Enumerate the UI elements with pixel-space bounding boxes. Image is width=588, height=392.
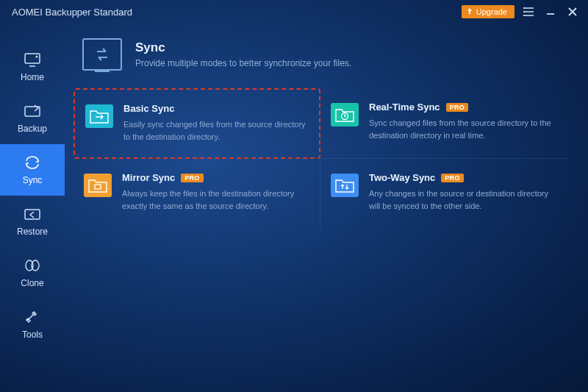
card-text: Real-Time Sync PRO Sync changed files fr…: [369, 101, 557, 145]
sidebar-item-tools[interactable]: Tools: [0, 299, 65, 350]
sidebar-item-label: Sync: [23, 175, 43, 185]
card-title: Basic Sync: [123, 103, 309, 114]
realtime-sync-icon: [331, 103, 359, 126]
card-mirror-sync[interactable]: Mirror Sync PRO Always keep the files in…: [74, 159, 320, 229]
card-title-label: Basic Sync: [123, 103, 174, 114]
sidebar-item-clone[interactable]: Clone: [0, 247, 65, 299]
minimize-button[interactable]: [542, 4, 559, 20]
sync-page-icon: [82, 38, 122, 71]
sidebar-item-label: Backup: [18, 124, 47, 134]
card-title-label: Two-Way Sync: [369, 172, 435, 183]
upgrade-button[interactable]: Upgrade: [462, 5, 514, 18]
sidebar-item-label: Restore: [17, 227, 48, 237]
svg-point-2: [523, 15, 525, 16]
sidebar: Home Backup Sync Restore: [0, 24, 65, 392]
app-window: AOMEI Backupper Standard Upgrade: [0, 0, 588, 392]
svg-rect-10: [95, 185, 101, 189]
page-header: Sync Provide multiple modes to better sy…: [74, 38, 567, 71]
sidebar-item-restore[interactable]: Restore: [0, 196, 65, 247]
upgrade-label: Upgrade: [476, 7, 507, 16]
card-desc: Any changes in the source or destination…: [369, 188, 557, 212]
sidebar-item-home[interactable]: Home: [0, 41, 65, 93]
home-icon: [23, 51, 42, 68]
svg-point-4: [36, 56, 38, 58]
body: Home Backup Sync Restore: [0, 24, 588, 392]
page-header-text: Sync Provide multiple modes to better sy…: [135, 40, 351, 68]
svg-point-0: [523, 7, 525, 9]
page-title: Sync: [135, 40, 351, 55]
svg-rect-6: [25, 210, 40, 219]
sidebar-item-label: Tools: [22, 329, 43, 340]
app-title: AOMEI Backupper Standard: [12, 7, 462, 18]
card-title: Two-Way Sync PRO: [369, 172, 557, 183]
tools-icon: [23, 309, 42, 325]
card-title-label: Mirror Sync: [122, 172, 175, 183]
twoway-sync-icon: [331, 174, 359, 197]
card-desc: Sync changed files from the source direc…: [369, 117, 557, 141]
close-button[interactable]: [564, 4, 581, 20]
pro-badge: PRO: [446, 103, 468, 112]
sync-grid: Basic Sync Easily sync changed files fro…: [74, 88, 567, 229]
card-title-label: Real-Time Sync: [369, 101, 440, 113]
sidebar-item-label: Home: [21, 72, 44, 82]
titlebar: AOMEI Backupper Standard Upgrade: [0, 0, 588, 24]
backup-icon: [23, 103, 42, 119]
card-desc: Easily sync changed files from the sourc…: [123, 118, 309, 143]
main-area: Sync Provide multiple modes to better sy…: [65, 24, 588, 392]
page-subtitle: Provide multiple modes to better synchro…: [135, 58, 351, 68]
card-realtime-sync[interactable]: Real-Time Sync PRO Sync changed files fr…: [320, 88, 567, 159]
titlebar-controls: Upgrade: [462, 4, 581, 20]
svg-rect-3: [25, 54, 40, 63]
pro-badge: PRO: [181, 174, 203, 182]
menu-button[interactable]: [520, 4, 537, 20]
card-text: Two-Way Sync PRO Any changes in the sour…: [369, 172, 557, 216]
card-title: Mirror Sync PRO: [122, 172, 309, 183]
card-basic-sync[interactable]: Basic Sync Easily sync changed files fro…: [74, 88, 320, 159]
restore-icon: [23, 206, 42, 222]
card-desc: Always keep the files in the destination…: [122, 188, 309, 212]
basic-sync-icon: [85, 104, 113, 128]
mirror-sync-icon: [84, 174, 112, 197]
card-twoway-sync[interactable]: Two-Way Sync PRO Any changes in the sour…: [320, 159, 567, 229]
card-text: Mirror Sync PRO Always keep the files in…: [122, 172, 309, 216]
pro-badge: PRO: [441, 174, 463, 182]
sync-icon: [23, 154, 42, 171]
card-title: Real-Time Sync PRO: [369, 101, 557, 113]
sidebar-item-label: Clone: [21, 278, 43, 288]
svg-point-1: [523, 11, 525, 13]
sidebar-item-backup[interactable]: Backup: [0, 93, 65, 144]
sidebar-item-sync[interactable]: Sync: [0, 144, 65, 196]
card-text: Basic Sync Easily sync changed files fro…: [123, 103, 309, 144]
clone-icon: [23, 257, 42, 274]
upgrade-icon: [466, 7, 473, 16]
